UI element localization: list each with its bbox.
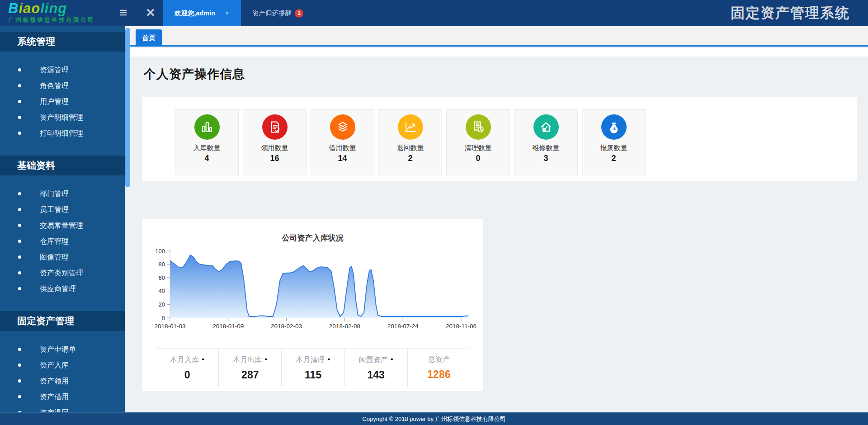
dot-icon: • bbox=[391, 355, 393, 364]
sidebar-section-list: 部门管理员工管理交易常量管理仓库管理图像管理资产类别管理供应商管理 bbox=[0, 186, 125, 297]
sidebar-section-title[interactable]: 系统管理 bbox=[0, 32, 125, 52]
summary-value: 287 bbox=[219, 369, 281, 381]
sidebar-item[interactable]: 资产退回 bbox=[0, 405, 125, 412]
stat-card-value: 2 bbox=[582, 154, 645, 163]
svg-text:40: 40 bbox=[159, 288, 165, 294]
summary-stat: 本月入库•0 bbox=[156, 349, 218, 387]
logo-text: Biaoling bbox=[8, 1, 95, 16]
summary-stat: 闲置资产•143 bbox=[344, 349, 407, 387]
stat-card[interactable]: 清理数量0 bbox=[446, 109, 510, 175]
svg-text:2018-11-06: 2018-11-06 bbox=[446, 323, 476, 330]
stat-card[interactable]: 领用数量16 bbox=[243, 109, 307, 175]
chart-title: 公司资产入库状况 bbox=[142, 219, 483, 243]
topbar: Biaoling 广州标领信息科技有限公司 ≡ ✕ 欢迎您,admin ▼ 资产… bbox=[0, 0, 868, 26]
document-clock-icon bbox=[466, 114, 491, 140]
sidebar-item[interactable]: 仓库管理 bbox=[0, 233, 125, 249]
summary-label: 本月清理• bbox=[282, 355, 344, 365]
sidebar-item[interactable]: 交易常量管理 bbox=[0, 217, 125, 233]
stat-card-value: 14 bbox=[311, 154, 374, 163]
logo-text-part: ling bbox=[40, 0, 67, 16]
document-check-icon bbox=[262, 114, 288, 140]
stat-card-value: 2 bbox=[379, 154, 442, 163]
summary-value: 1286 bbox=[408, 368, 470, 381]
stat-card-value: 3 bbox=[514, 154, 577, 163]
sidebar-item[interactable]: 资产领用 bbox=[0, 373, 125, 389]
sidebar-section-title[interactable]: 基础资料 bbox=[0, 156, 125, 175]
footer: Copyright © 2018 power by 广州标领信息科技有限公司 bbox=[0, 412, 868, 425]
summary-value: 115 bbox=[282, 369, 344, 381]
sidebar-item[interactable]: 部门管理 bbox=[0, 186, 125, 202]
subheader-band bbox=[130, 48, 868, 57]
svg-text:80: 80 bbox=[159, 261, 165, 268]
welcome-label: 欢迎您,admin bbox=[175, 9, 215, 18]
inbound-area-chart: 0204060801002018-01-032018-01-092018-02-… bbox=[145, 246, 480, 343]
bar-chart-icon bbox=[194, 114, 220, 140]
app-root: Biaoling 广州标领信息科技有限公司 ≡ ✕ 欢迎您,admin ▼ 资产… bbox=[0, 0, 868, 425]
sidebar-section-list: 资源管理角色管理用户管理资产明细管理打印明细管理 bbox=[0, 62, 125, 141]
stat-card-label: 清理数量 bbox=[447, 144, 509, 152]
stat-card[interactable]: 借用数量14 bbox=[311, 109, 374, 175]
dot-icon: • bbox=[264, 355, 267, 364]
sidebar-item[interactable]: 资产类别管理 bbox=[0, 265, 125, 281]
summary-label: 总资产 bbox=[408, 355, 470, 364]
logo-company-subtext: 广州标领信息科技有限公司 bbox=[8, 16, 95, 24]
stat-card[interactable]: $报废数量2 bbox=[582, 109, 646, 175]
sidebar-item[interactable]: 资产入库 bbox=[0, 357, 125, 373]
sidebar-item[interactable]: 打印明细管理 bbox=[0, 125, 125, 141]
asset-return-reminder[interactable]: 资产归还提醒 1 bbox=[252, 0, 303, 26]
sidebar-item[interactable]: 资产申请单 bbox=[0, 341, 125, 357]
summary-value: 0 bbox=[156, 369, 218, 381]
stat-card-label: 维修数量 bbox=[514, 144, 577, 152]
svg-text:2018-02-08: 2018-02-08 bbox=[329, 323, 360, 330]
summary-label: 闲置资产• bbox=[345, 355, 407, 365]
svg-text:20: 20 bbox=[159, 301, 165, 308]
sidebar-section-title[interactable]: 固定资产管理 bbox=[0, 311, 125, 331]
sidebar-section-list: 资产申请单资产入库资产领用资产借用资产退回 bbox=[0, 341, 125, 412]
sidebar-item[interactable]: 资产借用 bbox=[0, 389, 125, 405]
stat-card[interactable]: 维修数量3 bbox=[514, 109, 578, 175]
sidebar-scrollbar-thumb[interactable] bbox=[125, 28, 130, 187]
sidebar-item[interactable]: 资产明细管理 bbox=[0, 109, 125, 125]
summary-stat: 总资产1286 bbox=[407, 349, 470, 387]
summary-label: 本月出库• bbox=[219, 355, 281, 365]
stat-card-label: 报废数量 bbox=[582, 144, 645, 152]
close-icon[interactable]: ✕ bbox=[146, 6, 156, 20]
logo[interactable]: Biaoling 广州标领信息科技有限公司 bbox=[8, 1, 95, 24]
dot-icon: • bbox=[202, 355, 204, 364]
stat-card-value: 0 bbox=[447, 154, 509, 163]
svg-text:$: $ bbox=[613, 127, 616, 131]
logo-text-part: B bbox=[8, 0, 19, 16]
svg-text:2018-07-24: 2018-07-24 bbox=[387, 323, 419, 330]
tab-home[interactable]: 首页 bbox=[136, 29, 162, 47]
system-title: 固定资产管理系统 bbox=[731, 4, 850, 23]
svg-text:60: 60 bbox=[159, 274, 165, 281]
reminder-label: 资产归还提醒 bbox=[252, 9, 292, 18]
stat-card[interactable]: 退回数量2 bbox=[378, 109, 442, 175]
sidebar-item[interactable]: 图像管理 bbox=[0, 249, 125, 265]
sidebar-item[interactable]: 角色管理 bbox=[0, 78, 125, 94]
stat-card-value: 4 bbox=[175, 154, 238, 163]
svg-text:2018-01-03: 2018-01-03 bbox=[154, 323, 185, 330]
stat-card[interactable]: 入库数量4 bbox=[175, 109, 239, 175]
sidebar-item[interactable]: 供应商管理 bbox=[0, 281, 125, 297]
money-bag-icon: $ bbox=[601, 114, 627, 140]
tab-bar: 首页 bbox=[130, 26, 868, 47]
dot-icon: • bbox=[328, 355, 330, 364]
summary-row: 本月入库•0本月出库•287本月清理•115闲置资产•143总资产1286 bbox=[156, 348, 470, 387]
svg-text:2018-02-03: 2018-02-03 bbox=[271, 323, 302, 330]
caret-down-icon: ▼ bbox=[224, 10, 230, 16]
stat-cards-panel: 入库数量4领用数量16借用数量14退回数量2清理数量0维修数量3$报废数量2 bbox=[142, 97, 857, 181]
home-wrench-icon bbox=[533, 114, 559, 140]
reminder-count-badge: 1 bbox=[295, 9, 303, 18]
summary-label: 本月入库• bbox=[156, 355, 218, 365]
summary-stat: 本月出库•287 bbox=[218, 349, 281, 387]
stat-cards-row: 入库数量4领用数量16借用数量14退回数量2清理数量0维修数量3$报废数量2 bbox=[142, 97, 857, 175]
sidebar-item[interactable]: 员工管理 bbox=[0, 202, 125, 217]
sidebar-item[interactable]: 资源管理 bbox=[0, 62, 125, 78]
menu-icon[interactable]: ≡ bbox=[119, 5, 127, 21]
welcome-admin-dropdown[interactable]: 欢迎您,admin ▼ bbox=[163, 0, 241, 26]
summary-stat: 本月清理•115 bbox=[281, 349, 344, 387]
svg-text:0: 0 bbox=[162, 315, 165, 321]
sidebar-item[interactable]: 用户管理 bbox=[0, 94, 125, 109]
copyright-text: Copyright © 2018 power by 广州标领信息科技有限公司 bbox=[362, 415, 505, 423]
